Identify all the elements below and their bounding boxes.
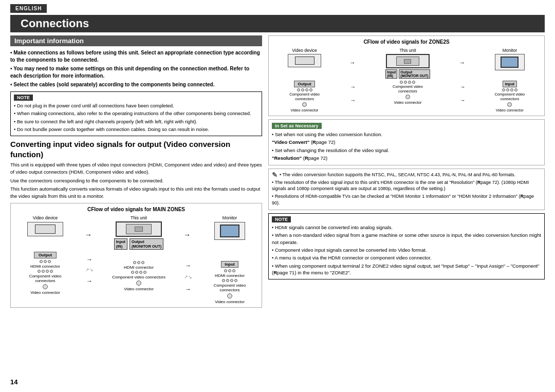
info-box: ✎ • The video conversion function suppor… — [268, 169, 545, 210]
main-title: Connections — [10, 15, 545, 32]
arrow-comp: ↗↘ — [85, 267, 94, 272]
video-conn-dot-3 — [227, 293, 232, 298]
note-item-1: • Do not plug in the power cord until al… — [14, 102, 258, 109]
z2-vc3: Video connector — [496, 108, 524, 113]
z2-vd-label: Video device — [292, 48, 317, 53]
dot — [44, 260, 47, 263]
dot — [228, 269, 231, 272]
note2-item-1: • HDMI signals cannot be converted into … — [272, 224, 541, 231]
vd-label: Video device — [33, 215, 58, 220]
dot — [143, 271, 146, 274]
video-conn-label-3: Video connector — [215, 300, 245, 304]
dot — [226, 279, 229, 282]
arrow4: ↗↘ — [184, 274, 192, 279]
dot — [46, 270, 49, 273]
dot — [502, 88, 505, 91]
page-number: 14 — [10, 378, 17, 386]
dot — [510, 88, 513, 91]
dot — [131, 271, 134, 274]
monitor-label: Monitor — [223, 215, 237, 220]
dot — [42, 270, 45, 273]
z2-comp1: Component videoconnectors — [289, 92, 320, 101]
arrow2: → — [183, 231, 193, 239]
monitor-box — [214, 222, 245, 240]
info-bullet-3: • Resolutions of HDMI-compatible TVs can… — [272, 193, 541, 206]
dot — [400, 81, 403, 84]
set-necessary-box: in Set as Necessary • Set when not using… — [268, 119, 545, 165]
note2-item-2: • When a non-standard video signal from … — [272, 232, 541, 246]
isn-bullet-4: "Resolution" (Rpage 72) — [272, 155, 541, 161]
this-unit-label: This unit — [131, 215, 147, 220]
important-bullet-2: • You may need to make some settings on … — [10, 65, 262, 80]
english-tab: ENGLISH — [10, 4, 47, 13]
z2-vc2: Video connector — [394, 100, 421, 105]
arrow3: → — [185, 262, 191, 269]
dot — [230, 279, 233, 282]
hdmi-label-2: HDMI connector — [124, 265, 154, 270]
dot — [139, 271, 142, 274]
z2-arrow1: → — [349, 59, 357, 66]
dot — [137, 261, 140, 264]
note-box-1: NOTE • Do not plug in the power cord unt… — [10, 91, 262, 136]
z2-arr4: → — [350, 97, 356, 103]
important-bullets: • Make connections as follows before usi… — [10, 49, 262, 88]
output-label-main: Output — [34, 252, 57, 258]
dot — [133, 261, 136, 264]
important-info-header: Important information — [10, 35, 262, 46]
z2-comp2: Component videoconnectors — [393, 84, 423, 94]
z2-arr5: → — [460, 84, 466, 90]
zone2s-diagram: CFlow of video signals for ZONE2S Video … — [268, 35, 545, 116]
note2-item-4: • A menu is output via the HDMI connecto… — [272, 254, 541, 261]
dot — [514, 88, 517, 91]
important-bullet-1: • Make connections as follows before usi… — [10, 49, 262, 64]
dot — [506, 88, 509, 91]
z2-unit-label: This unit — [399, 48, 416, 53]
note2-item-3: • Component video input signals cannot b… — [272, 247, 541, 253]
main-zones-title: CFlow of video signals for MAIN ZONES — [14, 207, 258, 212]
main-zones-diagram: CFlow of video signals for MAIN ZONES Vi… — [10, 203, 262, 308]
video-conn-dot — [43, 284, 48, 289]
z2-arr6: → — [460, 97, 466, 103]
this-unit-box — [116, 221, 162, 237]
note2-item-5: • When using component output terminal 2… — [272, 263, 541, 276]
z2-input-label: Input(IN) — [385, 69, 397, 79]
comp-label-3: Component video connectors — [209, 283, 250, 292]
dot — [135, 271, 138, 274]
info-bullet-1: • The video conversion function supports… — [272, 172, 541, 178]
z2-comp3: Component videoconnectors — [494, 92, 525, 101]
hdmi-label-1: HDMI connector — [30, 264, 60, 269]
right-column: CFlow of video signals for ZONE2S Video … — [268, 35, 545, 311]
dot — [309, 88, 312, 91]
video-conn-label-2: Video connector — [124, 287, 154, 291]
note-box-2: NOTE • HDMI signals cannot be converted … — [268, 213, 545, 279]
dot — [297, 88, 300, 91]
hdmi-label-3: HDMI connector — [215, 273, 245, 278]
comp-label-2: Component video connectors — [112, 275, 165, 279]
dot — [234, 279, 237, 282]
z2-dot1 — [302, 102, 307, 107]
dot — [141, 261, 144, 264]
info-bullet-2: • The resolution of the video signal inp… — [272, 179, 541, 192]
arrow-video: → — [86, 277, 92, 285]
isn-bullet-1: • Set when not using the video conversio… — [272, 131, 541, 138]
video-conn-label-1: Video connector — [30, 290, 60, 295]
zone2s-title: CFlow of video signals for ZONE2S — [272, 39, 541, 45]
important-bullet-3: • Select the cables (sold separately) ac… — [10, 81, 262, 88]
output-monitor-out-label: Output(MONITOR OUT) — [130, 238, 163, 250]
converting-body: This unit is equipped with three types o… — [10, 161, 262, 200]
note-label-1: NOTE — [14, 95, 33, 101]
content-area: Important information • Make connections… — [10, 35, 545, 311]
dot — [404, 81, 407, 84]
page-container: ENGLISH Connections Important informatio… — [0, 0, 555, 392]
dot — [408, 81, 411, 84]
dot — [222, 279, 225, 282]
z2-out-label: Output — [294, 81, 314, 87]
converting-title: Converting input video signals for outpu… — [10, 139, 262, 159]
z2-monitor-label: Monitor — [503, 48, 517, 53]
z2-arrow2: → — [459, 59, 466, 66]
in-set-necessary-label: in Set as Necessary — [272, 123, 322, 129]
input-right-label: Input — [221, 261, 238, 268]
arrow-hdmi: → — [86, 256, 92, 263]
video-device-box — [27, 222, 63, 236]
note-item-2: • When making connections, also refer to… — [14, 110, 258, 117]
